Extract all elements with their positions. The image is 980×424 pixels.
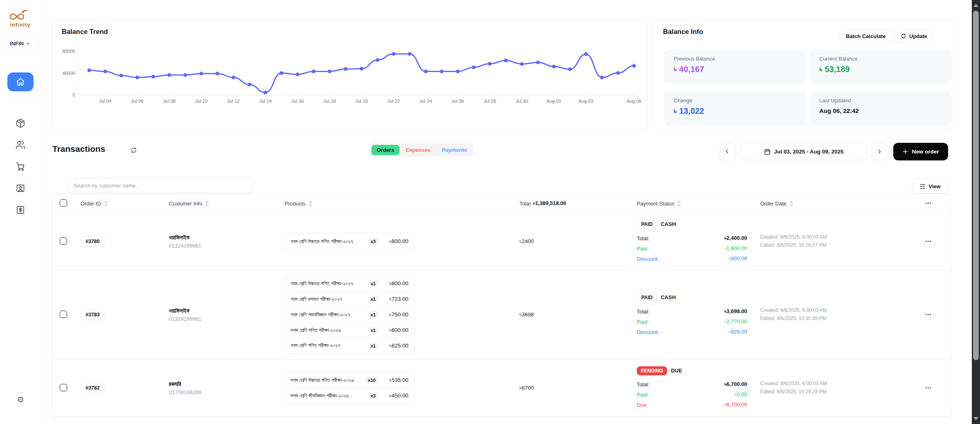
customer-name: রকমারি <box>169 381 285 388</box>
table-header-row: Order ID Customer Info Products Total ৳1… <box>53 194 951 213</box>
tab-expenses[interactable]: Expenses <box>400 145 436 155</box>
product-price: ৳723.00 <box>382 296 409 302</box>
last-updated-value: Aug 06, 22:42 <box>819 107 952 114</box>
sliders-icon <box>919 183 926 189</box>
sort-icon[interactable] <box>103 201 108 206</box>
sidebar-item-finance[interactable] <box>16 205 25 215</box>
sort-icon[interactable] <box>677 201 681 206</box>
column-payment-status[interactable]: Payment Status <box>637 201 674 207</box>
payment-line: Paid:৳2,770.00 <box>637 317 747 327</box>
product-qty-badge: x1 <box>368 295 378 303</box>
column-order-id[interactable]: Order ID <box>81 201 101 207</box>
svg-text:0: 0 <box>73 92 75 97</box>
product-price: ৳750.00 <box>382 311 409 318</box>
svg-text:Jul 16: Jul 16 <box>291 99 304 104</box>
svg-text:Aug 01: Aug 01 <box>546 99 561 104</box>
product-item: নবম শ্রেণি উচ্চতর গণিত পরীক্ষা-২০২৭x1৳80… <box>291 276 409 291</box>
scroll-down-arrow-icon[interactable] <box>973 417 978 420</box>
orders-table: Order ID Customer Info Products Total ৳1… <box>52 194 951 417</box>
product-qty-badge: x10 <box>365 377 378 384</box>
search-input[interactable] <box>67 178 254 193</box>
date-range-picker[interactable]: Jul 03, 2025 - Aug 09, 2025 <box>740 143 867 160</box>
order-id-badge[interactable]: #3780 <box>81 236 105 247</box>
refresh-icon <box>901 33 906 39</box>
svg-text:Jul 22: Jul 22 <box>387 99 400 104</box>
order-id-badge[interactable]: #3783 <box>81 309 105 320</box>
scroll-up-arrow-icon[interactable] <box>973 4 978 7</box>
calendar-icon <box>764 149 771 155</box>
row-menu-button[interactable]: ⋯ <box>925 311 932 318</box>
product-name: নবম শ্রেণি পদার্থবিজ্ঞান পরীক্ষা-২০২৭ <box>291 311 368 319</box>
svg-text:Jul 28: Jul 28 <box>483 99 496 104</box>
product-name: দশম শ্রেণি গণিত পরীক্ষা-২০২৬ <box>291 327 368 334</box>
current-balance-label: Current Balance <box>819 56 952 62</box>
column-products[interactable]: Products <box>285 201 306 207</box>
sidebar-item-home[interactable] <box>7 72 34 91</box>
payment-line-label: Total: <box>637 381 650 388</box>
batch-calculate-button[interactable]: Batch Calculate <box>840 29 892 43</box>
payment-line: Total:৳2,400.00 <box>637 233 747 244</box>
org-selector-label: INFIN <box>10 41 24 47</box>
current-balance-tile: Current Balance ৳ 53,189 <box>809 50 952 84</box>
transactions-tabs: Orders Expenses Payments <box>370 143 474 157</box>
new-order-button[interactable]: New order <box>893 143 948 160</box>
product-price: ৳450.00 <box>382 392 409 399</box>
tab-orders[interactable]: Orders <box>371 145 400 155</box>
sort-icon[interactable] <box>789 201 794 206</box>
sidebar-item-products[interactable] <box>16 118 25 128</box>
org-selector[interactable]: INFIN <box>2 36 38 51</box>
svg-text:Aug 06: Aug 06 <box>627 99 641 104</box>
svg-text:Jul 24: Jul 24 <box>419 99 432 104</box>
change-tile: Change ৳ 13,022 <box>664 91 806 126</box>
table-row: #3780ওয়াফিলাইফ01324299961নবম শ্রেণি উচ্… <box>53 213 951 270</box>
row-checkbox[interactable] <box>60 237 67 245</box>
users-icon <box>16 140 25 150</box>
product-item: নবম শ্রেণি উচ্চতর গণিত পরীক্ষা-২০২৭x3৳80… <box>291 234 409 249</box>
row-checkbox[interactable] <box>60 384 67 391</box>
product-item: দশম শ্রেণি উচ্চতর গণিত পরীক্ষা-২০২৬x10৳5… <box>291 373 409 388</box>
sort-icon[interactable] <box>308 201 313 206</box>
order-total: ৳3698 <box>519 311 534 318</box>
view-button[interactable]: View <box>912 179 948 194</box>
refresh-icon <box>130 147 137 153</box>
product-qty-badge: x3 <box>368 238 378 245</box>
svg-text:Jul 20: Jul 20 <box>355 99 368 104</box>
date-range-label: Jul 03, 2025 - Aug 09, 2025 <box>774 149 844 155</box>
column-order-date[interactable]: Order Date <box>760 201 786 207</box>
product-price: ৳600.00 <box>382 327 409 334</box>
select-all-checkbox[interactable] <box>60 199 67 207</box>
payment-line-value: ৳6,700.00 <box>724 381 747 388</box>
order-id-badge[interactable]: #3782 <box>81 383 105 393</box>
sidebar-item-contacts[interactable] <box>16 183 25 193</box>
table-body: #3780ওয়াফিলাইফ01324299961নবম শ্রেণি উচ্… <box>53 213 951 417</box>
date-next-button[interactable] <box>870 143 888 160</box>
sort-icon[interactable] <box>205 201 209 206</box>
update-button[interactable]: Update <box>895 29 933 43</box>
payment-method: CASH <box>661 221 676 227</box>
tab-payments[interactable]: Payments <box>436 145 472 155</box>
sidebar-item-orders[interactable] <box>16 162 25 171</box>
customer-name: ওয়াফিলাইফ <box>169 308 285 314</box>
sidebar-item-customers[interactable] <box>16 140 25 150</box>
sidebar-item-settings[interactable]: ⚙ <box>0 395 41 404</box>
order-total: ৳6700 <box>519 385 534 391</box>
gear-icon: ⚙ <box>17 395 24 404</box>
row-menu-button[interactable]: ⋯ <box>925 238 932 245</box>
balance-trend-title: Balance Trend <box>62 28 108 36</box>
previous-balance-label: Previous Balance <box>674 56 806 62</box>
header-menu-button[interactable]: ⋯ <box>925 200 932 207</box>
date-prev-button[interactable] <box>718 143 736 160</box>
svg-text:Jul 06: Jul 06 <box>131 99 144 104</box>
payment-line: Paid:৳1,600.00 <box>637 244 747 254</box>
scrollbar-thumb[interactable] <box>973 11 979 360</box>
table-row: #3782রকমারি01708166289দশম শ্রেণি উচ্চতর … <box>53 360 951 417</box>
order-date-line: Edited: 8/6/2025, 10:28:07 PM <box>760 241 922 250</box>
vertical-scrollbar[interactable] <box>972 0 980 424</box>
app-logo: infinity <box>9 8 32 28</box>
order-date-line: Created: 8/6/2025, 6:00:00 AM <box>760 233 922 241</box>
row-checkbox[interactable] <box>60 311 67 318</box>
row-menu-button[interactable]: ⋯ <box>925 384 932 392</box>
transactions-refresh-button[interactable] <box>130 147 137 153</box>
sidebar-nav <box>16 118 25 215</box>
column-customer-info[interactable]: Customer Info <box>169 201 202 207</box>
